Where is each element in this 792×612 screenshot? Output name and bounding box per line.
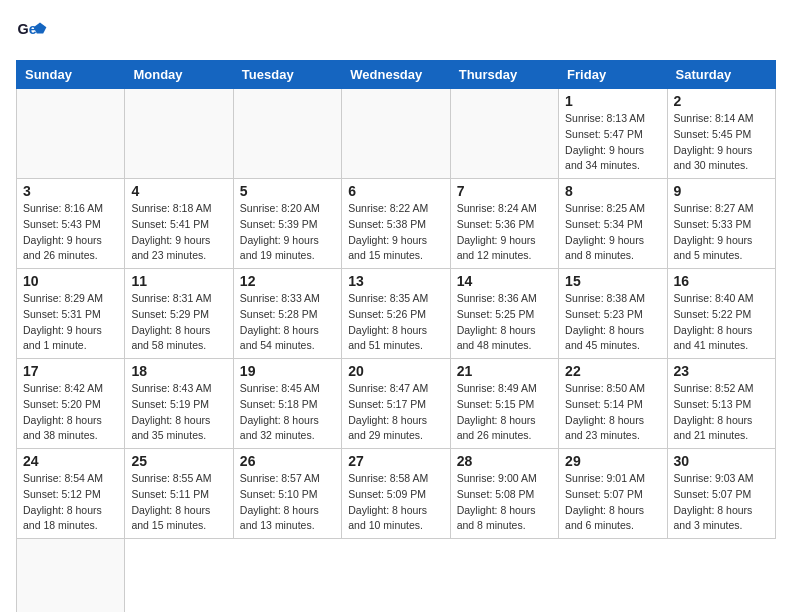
day-info: Sunrise: 8:13 AMSunset: 5:47 PMDaylight:… <box>565 111 660 174</box>
day-number: 21 <box>457 363 552 379</box>
sunset-label: Sunset: 5:20 PM <box>23 398 101 410</box>
sunrise-label: Sunrise: 8:24 AM <box>457 202 537 214</box>
sunset-label: Sunset: 5:07 PM <box>674 488 752 500</box>
day-number: 17 <box>23 363 118 379</box>
sunset-label: Sunset: 5:34 PM <box>565 218 643 230</box>
sunset-label: Sunset: 5:09 PM <box>348 488 426 500</box>
calendar-cell: 14Sunrise: 8:36 AMSunset: 5:25 PMDayligh… <box>450 269 558 359</box>
sunset-label: Sunset: 5:26 PM <box>348 308 426 320</box>
day-info: Sunrise: 8:22 AMSunset: 5:38 PMDaylight:… <box>348 201 443 264</box>
calendar-cell: 17Sunrise: 8:42 AMSunset: 5:20 PMDayligh… <box>17 359 125 449</box>
daylight-label: Daylight: 8 hours and 58 minutes. <box>131 324 210 352</box>
calendar-cell: 28Sunrise: 9:00 AMSunset: 5:08 PMDayligh… <box>450 449 558 539</box>
daylight-label: Daylight: 9 hours and 23 minutes. <box>131 234 210 262</box>
day-number: 13 <box>348 273 443 289</box>
sunset-label: Sunset: 5:41 PM <box>131 218 209 230</box>
daylight-label: Daylight: 8 hours and 13 minutes. <box>240 504 319 532</box>
day-number: 12 <box>240 273 335 289</box>
sunset-label: Sunset: 5:13 PM <box>674 398 752 410</box>
daylight-label: Daylight: 8 hours and 32 minutes. <box>240 414 319 442</box>
daylight-label: Daylight: 8 hours and 51 minutes. <box>348 324 427 352</box>
sunset-label: Sunset: 5:10 PM <box>240 488 318 500</box>
calendar-cell <box>17 89 125 179</box>
daylight-label: Daylight: 9 hours and 34 minutes. <box>565 144 644 172</box>
sunrise-label: Sunrise: 8:54 AM <box>23 472 103 484</box>
daylight-label: Daylight: 8 hours and 38 minutes. <box>23 414 102 442</box>
weekday-header-thursday: Thursday <box>450 61 558 89</box>
day-info: Sunrise: 9:01 AMSunset: 5:07 PMDaylight:… <box>565 471 660 534</box>
calendar-cell: 7Sunrise: 8:24 AMSunset: 5:36 PMDaylight… <box>450 179 558 269</box>
sunrise-label: Sunrise: 8:47 AM <box>348 382 428 394</box>
calendar-cell: 19Sunrise: 8:45 AMSunset: 5:18 PMDayligh… <box>233 359 341 449</box>
calendar-cell: 3Sunrise: 8:16 AMSunset: 5:43 PMDaylight… <box>17 179 125 269</box>
day-number: 16 <box>674 273 769 289</box>
sunrise-label: Sunrise: 8:52 AM <box>674 382 754 394</box>
calendar-cell: 23Sunrise: 8:52 AMSunset: 5:13 PMDayligh… <box>667 359 775 449</box>
day-number: 30 <box>674 453 769 469</box>
day-info: Sunrise: 8:20 AMSunset: 5:39 PMDaylight:… <box>240 201 335 264</box>
day-number: 3 <box>23 183 118 199</box>
calendar-cell <box>233 89 341 179</box>
daylight-label: Daylight: 8 hours and 35 minutes. <box>131 414 210 442</box>
calendar-cell: 18Sunrise: 8:43 AMSunset: 5:19 PMDayligh… <box>125 359 233 449</box>
day-info: Sunrise: 8:49 AMSunset: 5:15 PMDaylight:… <box>457 381 552 444</box>
day-number: 29 <box>565 453 660 469</box>
day-info: Sunrise: 8:54 AMSunset: 5:12 PMDaylight:… <box>23 471 118 534</box>
day-info: Sunrise: 8:16 AMSunset: 5:43 PMDaylight:… <box>23 201 118 264</box>
sunrise-label: Sunrise: 8:55 AM <box>131 472 211 484</box>
day-info: Sunrise: 9:00 AMSunset: 5:08 PMDaylight:… <box>457 471 552 534</box>
calendar-cell: 27Sunrise: 8:58 AMSunset: 5:09 PMDayligh… <box>342 449 450 539</box>
day-info: Sunrise: 8:38 AMSunset: 5:23 PMDaylight:… <box>565 291 660 354</box>
day-info: Sunrise: 8:14 AMSunset: 5:45 PMDaylight:… <box>674 111 769 174</box>
sunrise-label: Sunrise: 8:14 AM <box>674 112 754 124</box>
weekday-header-friday: Friday <box>559 61 667 89</box>
day-info: Sunrise: 8:31 AMSunset: 5:29 PMDaylight:… <box>131 291 226 354</box>
sunrise-label: Sunrise: 9:01 AM <box>565 472 645 484</box>
sunrise-label: Sunrise: 8:42 AM <box>23 382 103 394</box>
weekday-header-monday: Monday <box>125 61 233 89</box>
daylight-label: Daylight: 9 hours and 12 minutes. <box>457 234 536 262</box>
sunrise-label: Sunrise: 8:20 AM <box>240 202 320 214</box>
sunrise-label: Sunrise: 8:18 AM <box>131 202 211 214</box>
calendar-cell <box>17 539 125 613</box>
daylight-label: Daylight: 8 hours and 54 minutes. <box>240 324 319 352</box>
sunrise-label: Sunrise: 8:50 AM <box>565 382 645 394</box>
day-number: 6 <box>348 183 443 199</box>
daylight-label: Daylight: 8 hours and 23 minutes. <box>565 414 644 442</box>
sunset-label: Sunset: 5:47 PM <box>565 128 643 140</box>
daylight-label: Daylight: 8 hours and 10 minutes. <box>348 504 427 532</box>
day-info: Sunrise: 8:36 AMSunset: 5:25 PMDaylight:… <box>457 291 552 354</box>
day-info: Sunrise: 9:03 AMSunset: 5:07 PMDaylight:… <box>674 471 769 534</box>
sunset-label: Sunset: 5:33 PM <box>674 218 752 230</box>
weekday-header-tuesday: Tuesday <box>233 61 341 89</box>
calendar-cell <box>450 89 558 179</box>
sunrise-label: Sunrise: 8:43 AM <box>131 382 211 394</box>
calendar-cell: 9Sunrise: 8:27 AMSunset: 5:33 PMDaylight… <box>667 179 775 269</box>
sunset-label: Sunset: 5:39 PM <box>240 218 318 230</box>
sunrise-label: Sunrise: 8:31 AM <box>131 292 211 304</box>
day-number: 11 <box>131 273 226 289</box>
weekday-header-wednesday: Wednesday <box>342 61 450 89</box>
day-info: Sunrise: 8:42 AMSunset: 5:20 PMDaylight:… <box>23 381 118 444</box>
daylight-label: Daylight: 8 hours and 48 minutes. <box>457 324 536 352</box>
day-number: 20 <box>348 363 443 379</box>
daylight-label: Daylight: 8 hours and 6 minutes. <box>565 504 644 532</box>
sunrise-label: Sunrise: 8:45 AM <box>240 382 320 394</box>
day-number: 25 <box>131 453 226 469</box>
daylight-label: Daylight: 8 hours and 18 minutes. <box>23 504 102 532</box>
calendar-cell: 12Sunrise: 8:33 AMSunset: 5:28 PMDayligh… <box>233 269 341 359</box>
calendar-cell: 6Sunrise: 8:22 AMSunset: 5:38 PMDaylight… <box>342 179 450 269</box>
sunset-label: Sunset: 5:07 PM <box>565 488 643 500</box>
daylight-label: Daylight: 8 hours and 26 minutes. <box>457 414 536 442</box>
daylight-label: Daylight: 8 hours and 3 minutes. <box>674 504 753 532</box>
day-info: Sunrise: 8:43 AMSunset: 5:19 PMDaylight:… <box>131 381 226 444</box>
daylight-label: Daylight: 8 hours and 41 minutes. <box>674 324 753 352</box>
daylight-label: Daylight: 9 hours and 26 minutes. <box>23 234 102 262</box>
sunrise-label: Sunrise: 8:38 AM <box>565 292 645 304</box>
daylight-label: Daylight: 9 hours and 1 minute. <box>23 324 102 352</box>
sunset-label: Sunset: 5:28 PM <box>240 308 318 320</box>
day-number: 22 <box>565 363 660 379</box>
sunrise-label: Sunrise: 8:49 AM <box>457 382 537 394</box>
sunset-label: Sunset: 5:08 PM <box>457 488 535 500</box>
day-number: 8 <box>565 183 660 199</box>
